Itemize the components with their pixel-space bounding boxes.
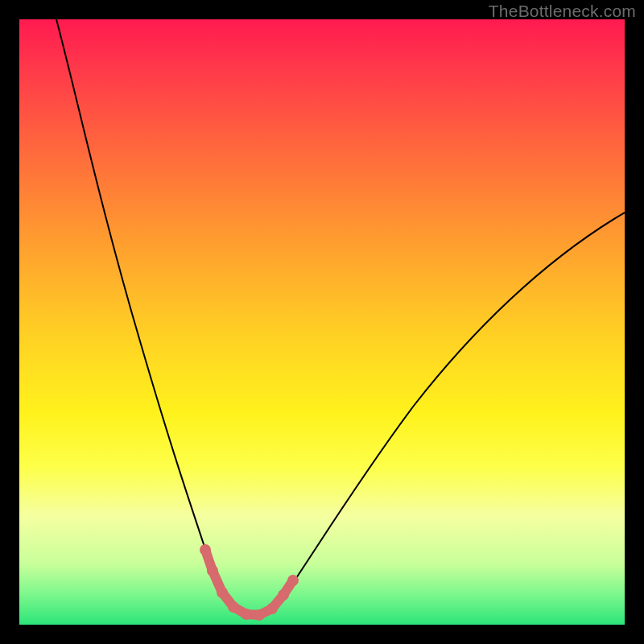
marker-dot: [200, 544, 211, 555]
marker-dot: [217, 587, 228, 598]
marker-dot: [254, 609, 265, 621]
marker-dot: [266, 603, 278, 614]
optimal-range-highlight: [205, 550, 293, 615]
marker-dot: [241, 609, 252, 620]
marker-dot: [228, 601, 239, 613]
chart-plot-area: [19, 19, 625, 625]
chart-svg: [19, 19, 625, 625]
marker-dot: [278, 589, 289, 601]
watermark-text: TheBottleneck.com: [489, 2, 636, 21]
marker-dot: [207, 565, 218, 576]
bottleneck-curve-left: [56, 19, 249, 615]
marker-dot: [287, 575, 299, 586]
bottleneck-curve-right: [249, 213, 625, 615]
